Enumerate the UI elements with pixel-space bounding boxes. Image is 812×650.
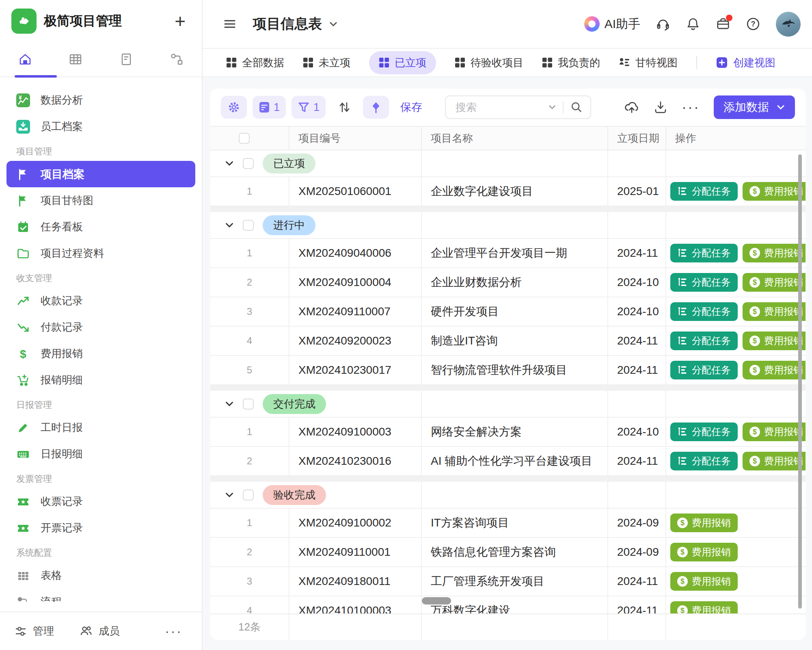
sidebar-tab-tables[interactable] — [50, 42, 101, 76]
sidebar-item-8[interactable]: 收款记录 — [0, 288, 202, 314]
vertical-scrollbar[interactable] — [798, 154, 802, 609]
column-header-code[interactable]: 项目编号 — [289, 127, 421, 150]
table-row[interactable]: 1 XM202409040006 企业管理平台开发项目一期 2024-11 分配… — [210, 239, 806, 268]
search-icon[interactable] — [570, 101, 583, 114]
column-header-actions[interactable]: 操作 — [665, 127, 806, 150]
collapse-chevron-icon[interactable] — [225, 401, 234, 407]
sidebar-item-19[interactable]: 表格 — [0, 562, 202, 589]
add-data-button[interactable]: 添加数据 — [714, 95, 795, 119]
assign-task-button[interactable]: 分配任务 — [670, 452, 738, 470]
assign-task-button[interactable]: 分配任务 — [670, 182, 738, 201]
hamburger-menu-icon[interactable] — [223, 17, 237, 31]
table-row[interactable]: 2 XM202409110001 铁路信息化管理方案咨询 2024-09 $费用… — [210, 538, 806, 567]
expense-claim-button[interactable]: $费用报销 — [670, 514, 738, 532]
expense-claim-button[interactable]: $费用报销 — [743, 273, 806, 292]
more-actions-button[interactable]: ··· — [682, 104, 700, 110]
column-header-date[interactable]: 立项日期 — [607, 127, 665, 150]
view-tab-label: 待验收项目 — [471, 56, 523, 70]
cell-project-code: XM202409200023 — [289, 327, 421, 355]
sidebar-item-4[interactable]: 项目甘特图 — [0, 187, 202, 214]
sidebar-tab-workflow[interactable] — [151, 42, 202, 76]
view-tab-2[interactable]: 已立项 — [369, 51, 436, 74]
view-tab-0[interactable]: 全部数据 — [226, 56, 284, 70]
sort-button[interactable] — [331, 96, 357, 119]
import-upload-icon[interactable] — [624, 100, 639, 115]
table-row[interactable]: 2 XM202410230016 AI 辅助个性化学习平台建设项目 2024-1… — [210, 447, 806, 476]
table-row[interactable]: 2 XM202409100004 企业业财数据分析 2024-10 分配任务$费… — [210, 268, 806, 297]
expense-claim-button[interactable]: $费用报销 — [743, 422, 806, 441]
sidebar-tab-docs[interactable] — [101, 42, 151, 76]
ai-assistant-button[interactable]: AI助手 — [584, 16, 640, 32]
notification-bell-icon[interactable] — [686, 17, 700, 31]
add-workspace-button[interactable]: + — [175, 12, 186, 30]
assign-task-button[interactable]: 分配任务 — [670, 422, 738, 441]
sidebar-item-9[interactable]: 付款记录 — [0, 314, 202, 340]
assign-task-button[interactable]: 分配任务 — [670, 244, 738, 262]
expense-claim-button[interactable]: $费用报销 — [743, 302, 806, 321]
sidebar-more-button[interactable]: ··· — [165, 628, 182, 634]
page-title[interactable]: 项目信息表 — [253, 15, 338, 33]
sidebar-item-13[interactable]: 工时日报 — [0, 414, 202, 441]
members-button[interactable]: 成员 — [79, 624, 120, 638]
view-tab-1[interactable]: 未立项 — [303, 56, 350, 70]
table-row[interactable]: 1 XM202409100003 网络安全解决方案 2024-10 分配任务$费… — [210, 418, 806, 447]
expense-claim-button[interactable]: $费用报销 — [743, 332, 806, 350]
export-download-icon[interactable] — [653, 100, 668, 115]
table-row[interactable]: 1 XM202501060001 企业数字化建设项目 2025-01 分配任务$… — [210, 177, 806, 206]
sidebar-item-6[interactable]: 项目过程资料 — [0, 240, 202, 266]
user-avatar[interactable] — [776, 12, 801, 37]
sidebar-item-1[interactable]: 员工档案 — [0, 113, 202, 140]
view-tab-3[interactable]: 待验收项目 — [455, 56, 523, 70]
search-scope-chevron-icon[interactable] — [548, 104, 556, 110]
sidebar-tab-home[interactable] — [0, 42, 50, 76]
expense-claim-button[interactable]: $费用报销 — [670, 572, 738, 591]
view-tab-4[interactable]: 我负责的 — [542, 56, 600, 70]
sidebar-item-14[interactable]: 日报明细 — [0, 441, 202, 467]
headset-icon[interactable] — [656, 17, 670, 31]
group-checkbox[interactable] — [243, 220, 254, 231]
group-checkbox[interactable] — [243, 399, 254, 410]
table-row[interactable]: 3 XM202409110007 硬件开发项目 2024-10 分配任务$费用报… — [210, 297, 806, 327]
sidebar-item-16[interactable]: 收票记录 — [0, 488, 202, 515]
filter-button[interactable]: 1 — [292, 96, 326, 119]
expense-claim-label: 费用报销 — [692, 516, 731, 529]
briefcase-icon[interactable] — [716, 17, 730, 31]
expense-claim-button[interactable]: $费用报销 — [743, 361, 806, 379]
select-all-checkbox[interactable] — [239, 133, 250, 144]
sidebar-item-11[interactable]: 报销明细 — [0, 367, 202, 393]
sidebar-item-3[interactable]: 项目档案 — [6, 161, 195, 187]
create-view-button[interactable]: 创建视图 — [716, 56, 775, 70]
assign-task-button[interactable]: 分配任务 — [670, 273, 738, 292]
table-row[interactable]: 4 XM202409200023 制造业IT咨询 2024-11 分配任务$费用… — [210, 327, 806, 356]
view-tab-5[interactable]: 甘特视图 — [619, 56, 678, 70]
sidebar-item-17[interactable]: 开票记录 — [0, 515, 202, 541]
sidebar-item-0[interactable]: ¥数据分析 — [0, 87, 202, 113]
table-row[interactable]: 5 XM202410230017 智行物流管理软件升级项目 2024-11 分配… — [210, 356, 806, 385]
pin-button[interactable] — [363, 96, 389, 119]
table-row[interactable]: 3 XM202409180011 工厂管理系统开发项目 2024-11 $费用报… — [210, 567, 806, 596]
settings-button[interactable] — [221, 96, 247, 119]
assign-task-button[interactable]: 分配任务 — [670, 361, 738, 379]
sidebar-item-20[interactable]: 流程 — [0, 589, 202, 602]
assign-task-button[interactable]: 分配任务 — [670, 302, 738, 321]
help-icon[interactable]: ? — [746, 17, 760, 31]
sidebar-item-5[interactable]: 任务看板 — [0, 214, 202, 240]
group-checkbox[interactable] — [243, 158, 254, 169]
expense-claim-button[interactable]: $费用报销 — [743, 182, 806, 201]
save-button[interactable]: 保存 — [400, 100, 422, 115]
expense-claim-button[interactable]: $费用报销 — [743, 244, 806, 262]
field-config-button[interactable]: 1 — [253, 96, 286, 119]
table-row[interactable]: 1 XM202409100002 IT方案咨询项目 2024-09 $费用报销 — [210, 509, 806, 538]
search-input[interactable]: 搜索 — [445, 95, 591, 119]
collapse-chevron-icon[interactable] — [225, 222, 234, 228]
expense-claim-button[interactable]: $费用报销 — [670, 543, 738, 561]
column-header-name[interactable]: 项目名称 — [421, 127, 607, 150]
collapse-chevron-icon[interactable] — [225, 160, 234, 167]
sidebar-item-10[interactable]: $费用报销 — [0, 340, 202, 367]
expense-claim-button[interactable]: $费用报销 — [743, 452, 806, 470]
manage-button[interactable]: 管理 — [14, 624, 54, 638]
collapse-chevron-icon[interactable] — [225, 492, 234, 498]
horizontal-scrollbar[interactable] — [422, 597, 451, 604]
assign-task-button[interactable]: 分配任务 — [670, 332, 738, 350]
group-checkbox[interactable] — [243, 490, 254, 500]
